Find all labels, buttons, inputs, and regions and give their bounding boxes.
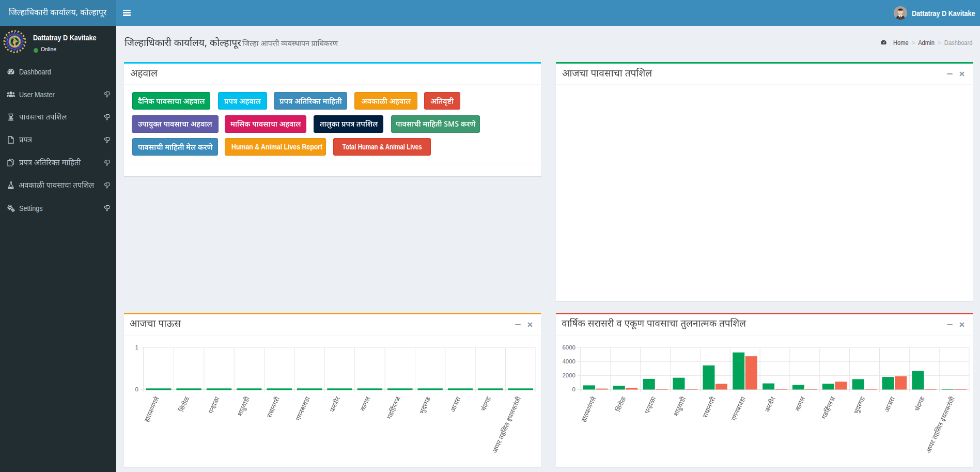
svg-text:1: 1 [135, 344, 138, 351]
svg-text:4000: 4000 [562, 358, 575, 364]
svg-text:2000: 2000 [562, 372, 575, 378]
svg-text:6000: 6000 [562, 344, 575, 351]
svg-text:0: 0 [572, 386, 575, 392]
svg-text:0: 0 [135, 386, 138, 392]
